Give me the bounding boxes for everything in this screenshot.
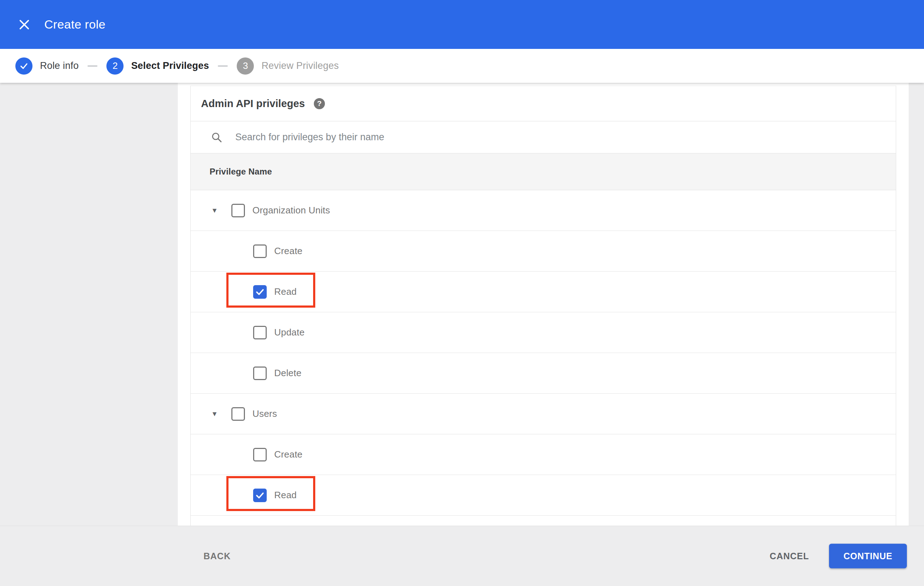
privilege-checkbox[interactable]: [231, 407, 245, 421]
privilege-label: Read: [274, 286, 297, 297]
privilege-label: Create: [274, 449, 302, 460]
table-row: ▼ Delete: [191, 353, 896, 393]
privilege-label: Delete: [274, 367, 301, 379]
table-row: ▼ Users: [191, 393, 896, 435]
privilege-checkbox[interactable]: [253, 367, 267, 380]
privilege-checkbox[interactable]: [253, 326, 267, 339]
privilege-checkbox[interactable]: [253, 244, 267, 258]
step-label: Role info: [40, 60, 79, 71]
search-input[interactable]: [234, 131, 896, 143]
table-row: ▼ Organization Units: [191, 190, 896, 231]
dialog-title: Create role: [44, 18, 106, 31]
privilege-label: Read: [274, 490, 297, 501]
table-row: ▼ Create: [191, 231, 896, 272]
content-viewport: Admin API privileges ? Privilege Name: [178, 83, 909, 526]
step-done-check-icon: [15, 58, 33, 74]
step-role-info[interactable]: Role info: [15, 58, 79, 74]
step-connector: [87, 65, 97, 67]
panel-heading: Admin API privileges ?: [191, 86, 896, 121]
table-row: ▼ Read: [191, 475, 896, 516]
step-review-privileges[interactable]: 3 Review Privileges: [237, 58, 338, 74]
continue-button[interactable]: CONTINUE: [829, 544, 907, 568]
annotation-highlight-box: [226, 273, 315, 308]
privilege-label: Create: [274, 245, 302, 257]
step-connector: [218, 65, 228, 67]
expand-caret-icon[interactable]: ▼: [208, 207, 221, 214]
table-header: Privilege Name: [191, 153, 896, 190]
step-select-privileges[interactable]: 2 Select Privileges: [106, 58, 209, 74]
privilege-label: Update: [274, 327, 305, 338]
privilege-checkbox[interactable]: [253, 448, 267, 461]
step-label: Select Privileges: [131, 60, 209, 71]
app-bar: Create role: [0, 0, 924, 49]
privileges-panel: Admin API privileges ? Privilege Name: [190, 86, 896, 526]
privilege-checkbox[interactable]: [253, 285, 267, 299]
annotation-highlight-box: [226, 476, 315, 511]
step-number-badge: 3: [237, 58, 254, 74]
footer-actions: CANCEL CONTINUE: [766, 544, 907, 568]
help-icon[interactable]: ?: [314, 98, 325, 109]
privilege-checkbox[interactable]: [253, 489, 267, 502]
privilege-checkbox[interactable]: [231, 204, 245, 217]
table-row: ▼ Update: [191, 312, 896, 353]
section-title: Admin API privileges: [201, 98, 305, 110]
privileges-table: ▼ Organization Units ▼ Create ▼ Read ▼: [191, 190, 896, 516]
table-row: ▼ Read: [191, 272, 896, 312]
step-label: Review Privileges: [261, 60, 338, 71]
cancel-button[interactable]: CANCEL: [766, 546, 813, 566]
expand-caret-icon[interactable]: ▼: [208, 410, 221, 418]
privilege-search-row: [191, 121, 896, 153]
back-button[interactable]: BACK: [201, 546, 233, 566]
step-number-badge: 2: [106, 58, 124, 74]
dialog-body: Admin API privileges ? Privilege Name: [0, 83, 924, 526]
dialog-footer: BACK CANCEL CONTINUE: [0, 526, 924, 586]
create-role-dialog: Create role Role info 2 Select Privilege…: [0, 0, 924, 586]
column-header-privilege-name: Privilege Name: [210, 167, 272, 177]
table-row: ▼ Create: [191, 435, 896, 475]
privilege-label: Organization Units: [252, 205, 330, 216]
privilege-label: Users: [252, 408, 277, 419]
close-icon[interactable]: [14, 15, 34, 35]
search-icon: [211, 131, 223, 143]
wizard-stepper: Role info 2 Select Privileges 3 Review P…: [0, 49, 924, 83]
